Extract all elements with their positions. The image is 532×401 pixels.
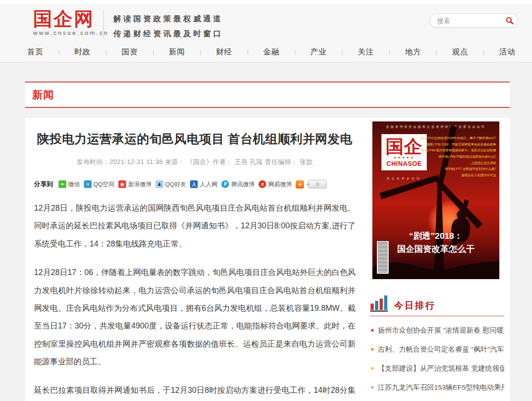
bullet-icon <box>371 348 374 351</box>
magazine-headlines: 视界| P14 区块链成2018年的风口，再不了解你就out了 观察| P18 … <box>420 135 496 178</box>
share-item-label: 微信 <box>68 180 80 188</box>
ranking-item-text: 吉利、力帆合资公司定名睿蓝 “枫叶”汽车 <box>378 345 504 353</box>
article-body: 12月28日，陕投电力运营承运的国网陕西旬邑风电项目庄合风电站首台机组顺利并网发… <box>34 199 356 401</box>
nav-separator: | <box>389 48 390 55</box>
ranking-title: 今日排行 <box>394 300 436 312</box>
share-item[interactable]: ◉ 新浪微博 <box>118 180 151 188</box>
ranking-item[interactable]: 吉利、力帆合资公司定名睿蓝 “枫叶”汽车 <box>370 345 504 354</box>
magazine-headline: 视界| P14 区块链成2018年的风口，再不了解你就out了 <box>420 135 496 141</box>
search-icon <box>506 17 513 24</box>
magazine-headline: 商学院| P77 永辉超市盈利为什么难? <box>420 166 496 172</box>
search-box[interactable] <box>430 14 518 28</box>
share-service-icon: 人 <box>190 180 198 188</box>
plus-icon: + <box>298 181 302 188</box>
logo-divider <box>103 11 104 38</box>
nav-separator: | <box>58 48 59 55</box>
nav-item[interactable]: 新闻 <box>169 47 185 57</box>
share-item-label: QQ空间 <box>93 180 114 188</box>
article-paragraph: 12月28日，陕投电力运营承运的国网陕西旬邑风电项目庄合风电站首台机组顺利并网发… <box>34 199 356 253</box>
magazine-logo-cn: 国企 <box>383 137 425 155</box>
share-service-icon: ★ <box>84 180 92 188</box>
barcode <box>377 241 389 274</box>
nav-separator: | <box>342 48 343 55</box>
share-item[interactable]: 人 人人网 <box>190 180 217 188</box>
magazine-headline: …上这些企业告诉你 <box>420 160 496 166</box>
magazine-logo-en: CHINASOE <box>383 160 425 168</box>
article-paragraph: 延长巴拉素项目取得并网通知书后，于12月30日8时按启动方案进行受电工作，14时… <box>34 382 356 401</box>
main-nav: 首页 | 时政 | 国资 | 新闻 | 财经 | 金融 | 产业 | 关注 | … <box>0 42 532 63</box>
logo-text: 国企网 <box>33 9 109 29</box>
share-label: 分享到 <box>34 180 53 188</box>
share-item[interactable]: P 腾讯微博 <box>221 180 254 188</box>
article-title: 陕投电力运营承运的旬邑风电项目 首台机组顺利并网发电 <box>34 131 356 147</box>
ranking-item[interactable]: 扬州市众创协会开展 “浓情迎新春 慰问暖人 <box>370 326 504 335</box>
content-area: 陕投电力运营承运的旬邑风电项目 首台机组顺利并网发电 发布时间：2021-12-… <box>25 118 510 401</box>
nav-item[interactable]: 财经 <box>216 47 232 57</box>
bar <box>384 295 387 310</box>
ranking-item[interactable]: 【支部建设】从严治党筑根基 党建统领促发 <box>370 364 504 373</box>
site-tagline: 解读国资政策最权威通道 传递财经资讯最及时窗口 <box>113 11 223 41</box>
ranking-item-text: 扬州市众创协会开展 “浓情迎新春 慰问暖人 <box>378 326 504 334</box>
nav-separator: | <box>247 48 249 55</box>
magazine-headline: 超级合伙人制度功不可没 <box>420 172 496 179</box>
nav-item[interactable]: 首页 <box>27 47 44 57</box>
magazine-cover-title: “剧透”2018： 国企国资改革怎么干 <box>372 230 499 256</box>
ranking-header: 今日排行 <box>370 295 504 316</box>
nav-separator: | <box>436 48 437 55</box>
share-item-label: 腾讯微博 <box>231 180 254 188</box>
article-paragraph: 12月28日17：06，伴随着上网电量表的数字跳动，旬邑风电项目庄合风电站外巨大… <box>34 264 356 371</box>
share-item[interactable]: ♟ QQ好友 <box>156 180 186 188</box>
bullet-icon <box>371 386 374 389</box>
search-button[interactable] <box>506 17 513 24</box>
ranking-item-text: 江苏九龙汽车召回153辆EF5型纯电动乘用车 <box>378 383 504 391</box>
logo-url: www.cnsoe.com.cn <box>33 29 109 36</box>
share-item-label: 新浪微博 <box>128 180 151 188</box>
share-item[interactable]: e 网易微博 <box>259 180 292 188</box>
magazine-cover[interactable]: 全国管理研究会国有企业管理研究专业委员会会刊 <box>372 121 499 279</box>
magazine-headline: 商学院| P66 中国制造业创新靠的是什么? <box>420 154 496 160</box>
share-more-button[interactable]: + <box>296 180 304 188</box>
search-input[interactable] <box>436 17 506 25</box>
share-count-badge[interactable]: 0 <box>308 180 327 188</box>
bar <box>375 301 378 310</box>
share-item-label: QQ好友 <box>165 180 186 188</box>
nav-separator: | <box>483 48 484 55</box>
nav-item[interactable]: 观点 <box>452 47 469 57</box>
section-header: 新闻 <box>25 82 510 108</box>
top-strip <box>0 0 532 4</box>
share-bar: 分享到 •• 微信 ★ QQ空间 <box>34 180 356 188</box>
site-logo[interactable]: 国企网 www.cnsoe.com.cn <box>33 9 109 36</box>
share-item-label: 人人网 <box>200 180 217 188</box>
nav-item[interactable]: 活动 <box>499 47 516 57</box>
share-service-icon: ◉ <box>118 180 126 188</box>
share-item[interactable]: ★ QQ空间 <box>84 180 114 188</box>
share-count-value: 0 <box>316 181 319 188</box>
share-service-icon: •• <box>59 180 66 188</box>
nav-item[interactable]: 产业 <box>310 47 327 57</box>
share-item[interactable]: •• 微信 <box>59 180 80 188</box>
magazine-headline: 观察| P18 2018，中国互联网迎来全媒发展的战争 <box>420 141 496 148</box>
bar <box>380 299 383 310</box>
share-service-icon: e <box>259 180 266 188</box>
article: 陕投电力运营承运的旬邑风电项目 首台机组顺利并网发电 发布时间：2021-12-… <box>34 121 356 401</box>
cover-title-line2: 国企国资改革怎么干 <box>372 243 499 256</box>
ranking-item[interactable]: 江苏九龙汽车召回153辆EF5型纯电动乘用车 <box>370 383 504 392</box>
bullet-icon <box>371 367 374 370</box>
nav-separator: | <box>200 48 201 55</box>
nav-item[interactable]: 金融 <box>263 47 279 57</box>
page-container: 新闻 陕投电力运营承运的旬邑风电项目 首台机组顺利并网发电 发布时间：2021-… <box>25 82 510 401</box>
tagline-line1: 解读国资政策最权威通道 <box>113 11 223 26</box>
site-header: 国企网 www.cnsoe.com.cn 解读国资政策最权威通道 传递财经资讯最… <box>0 4 532 42</box>
share-service-icon: P <box>221 180 229 188</box>
sidebar: 全国管理研究会国有企业管理研究专业委员会会刊 <box>367 121 504 401</box>
section-title: 新闻 <box>32 89 54 101</box>
ranking-item-text: 【支部建设】从严治党筑根基 党建统领促发 <box>378 364 504 372</box>
nav-item[interactable]: 地方 <box>405 47 421 57</box>
nav-item[interactable]: 时政 <box>74 47 91 57</box>
nav-item[interactable]: 国资 <box>122 47 138 57</box>
nav-separator: | <box>294 48 296 55</box>
nav-item[interactable]: 关注 <box>358 47 374 57</box>
article-meta: 发布时间：2021-12-31 11:38 来源： 《国企》作者： 王燕 孔瑞 … <box>34 158 356 166</box>
nav-separator: | <box>105 48 107 55</box>
share-service-icon: ♟ <box>156 180 163 188</box>
